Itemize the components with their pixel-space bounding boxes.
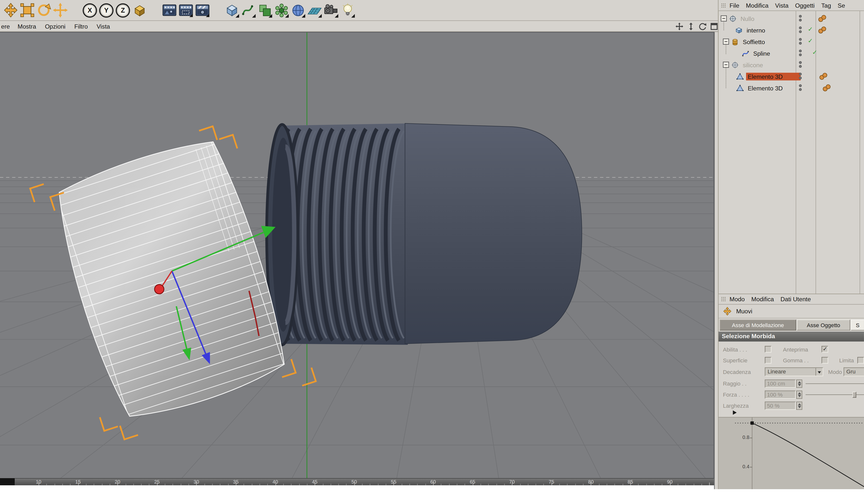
object-label[interactable]: Nullo	[739, 14, 756, 22]
tree-row-elemento-3d-2[interactable]: Elemento 3D	[718, 82, 864, 94]
panel-grip-icon[interactable]	[721, 296, 726, 302]
material-tag-icon[interactable]	[819, 73, 829, 80]
material-tag-icon[interactable]	[818, 26, 828, 34]
timeline-ruler[interactable]: 1015202530354045505560657075808590	[15, 478, 714, 485]
visibility-dots[interactable]	[799, 26, 802, 34]
raggio-spinner[interactable]	[796, 380, 802, 388]
toggle-layout-icon[interactable]	[710, 23, 718, 30]
object-label[interactable]: Spline	[752, 49, 772, 57]
tree-row-interno[interactable]: interno	[718, 24, 864, 36]
expander-icon[interactable]	[721, 15, 727, 22]
gomma-checkbox[interactable]	[821, 357, 828, 363]
dropdown-arrow-icon[interactable]	[815, 368, 823, 376]
tree-row-elemento-3d-1[interactable]: Elemento 3D	[718, 70, 864, 82]
om-menu-tag[interactable]: Tag	[821, 2, 831, 9]
curve-handle[interactable]	[751, 421, 754, 425]
forza-field[interactable]: 100 %	[765, 391, 795, 399]
limita-checkbox[interactable]	[857, 357, 864, 363]
viewport-menu-filtro[interactable]: Filtro	[74, 23, 88, 29]
viewport-3d[interactable]	[0, 32, 714, 478]
forza-spinner[interactable]	[796, 391, 802, 399]
om-menu-cut[interactable]: Se	[838, 2, 845, 9]
abilita-checkbox[interactable]	[765, 346, 771, 352]
add-modeling-object-button[interactable]	[273, 2, 290, 19]
section-header[interactable]: Selezione Morbida	[718, 332, 864, 341]
larghezza-spinner[interactable]	[796, 401, 802, 410]
object-label[interactable]: Elemento 3D	[746, 84, 784, 92]
ruler-tick	[189, 483, 189, 485]
anteprima-checkbox[interactable]	[821, 346, 828, 352]
tree-row-silicone[interactable]: silicone	[718, 59, 864, 70]
decadenza-dropdown[interactable]: Lineare	[765, 368, 823, 376]
modo-dropdown[interactable]: Gru	[843, 368, 864, 376]
object-label-selected[interactable]: Elemento 3D	[746, 72, 801, 80]
raggio-field[interactable]: 100 cm	[765, 380, 795, 388]
rotate-view-icon[interactable]	[699, 23, 706, 30]
lock-z-button[interactable]: Z	[115, 2, 131, 19]
tab-asse-oggetto[interactable]: Asse Oggetto	[797, 320, 850, 331]
ruler-tick	[291, 483, 292, 485]
expander-icon[interactable]	[723, 39, 729, 45]
material-tag-icon[interactable]	[818, 15, 828, 22]
render-region-button[interactable]	[177, 2, 194, 19]
add-light-button[interactable]	[339, 2, 356, 19]
visibility-dots[interactable]	[799, 73, 802, 80]
visibility-dots[interactable]	[799, 38, 802, 46]
render-view-button[interactable]	[161, 2, 177, 19]
viewport-menu-mostra[interactable]: Mostra	[17, 23, 36, 29]
curve-expand-arrow-icon[interactable]	[733, 410, 737, 415]
visibility-dots[interactable]	[799, 61, 802, 69]
visibility-dots[interactable]	[799, 15, 802, 22]
add-primitive-button[interactable]	[224, 2, 240, 19]
lock-y-button[interactable]: Y	[98, 2, 115, 19]
move-tool-button[interactable]	[2, 2, 19, 19]
falloff-curve-graph[interactable]: 0.8 0.4	[718, 417, 864, 489]
visibility-dots[interactable]	[799, 84, 802, 92]
tree-row-spline[interactable]: Spline	[718, 47, 864, 59]
add-nurbs-button[interactable]	[257, 2, 273, 19]
enabled-check-icon[interactable]	[812, 49, 817, 56]
tree-row-nullo[interactable]: Nullo	[718, 13, 864, 24]
om-menu-vista[interactable]: Vista	[775, 2, 788, 9]
larghezza-field[interactable]: 50 %	[765, 401, 795, 410]
tab-asse-di-modellazione[interactable]: Asse di Modellazione	[720, 320, 796, 331]
render-settings-button[interactable]	[194, 2, 210, 19]
enabled-check-icon[interactable]	[808, 26, 813, 33]
panel-divider[interactable]	[714, 32, 718, 489]
add-camera-button[interactable]	[323, 2, 339, 19]
material-tag-icon[interactable]	[822, 84, 832, 92]
viewport-menu-vista[interactable]: Vista	[97, 23, 110, 29]
visibility-dots[interactable]	[799, 49, 802, 57]
om-menu-oggetti[interactable]: Oggetti	[795, 2, 815, 9]
om-menu-modifica[interactable]: Modifica	[746, 2, 769, 9]
threaded-cylinder-object[interactable]	[267, 123, 582, 345]
am-menu-modifica[interactable]: Modifica	[751, 296, 774, 302]
am-menu-dati-utente[interactable]: Dati Utente	[780, 296, 811, 302]
lock-x-button[interactable]: X	[82, 2, 98, 19]
expander-icon[interactable]	[723, 62, 729, 68]
object-label[interactable]: interno	[745, 26, 767, 34]
enabled-check-icon[interactable]	[808, 37, 813, 45]
origin-handle[interactable]	[155, 285, 164, 294]
superficie-checkbox[interactable]	[765, 357, 771, 363]
panel-grip-icon[interactable]	[721, 2, 726, 8]
add-scene-object-button[interactable]	[307, 2, 323, 19]
forza-slider-handle[interactable]	[852, 392, 856, 398]
raggio-slider[interactable]	[806, 383, 864, 384]
scale-tool-button[interactable]	[19, 2, 35, 19]
pan-view-icon[interactable]	[675, 23, 683, 30]
tree-row-soffietto[interactable]: Soffietto	[718, 36, 864, 47]
viewport-menu-cut[interactable]: ere	[1, 23, 10, 29]
om-menu-file[interactable]: File	[730, 2, 740, 9]
zoom-view-icon[interactable]	[687, 23, 695, 30]
add-deformer-button[interactable]	[290, 2, 307, 19]
am-menu-modo[interactable]: Modo	[730, 296, 745, 302]
tab-cut[interactable]: S	[851, 320, 864, 331]
object-label[interactable]: Soffietto	[741, 38, 767, 45]
coordinate-system-button[interactable]	[131, 2, 147, 19]
rotate-tool-button[interactable]	[35, 2, 52, 19]
add-spline-button[interactable]	[240, 2, 257, 19]
axis-lock-tool-button[interactable]	[52, 2, 68, 19]
viewport-menu-opzioni[interactable]: Opzioni	[45, 23, 65, 29]
object-label[interactable]: silicone	[741, 61, 765, 69]
